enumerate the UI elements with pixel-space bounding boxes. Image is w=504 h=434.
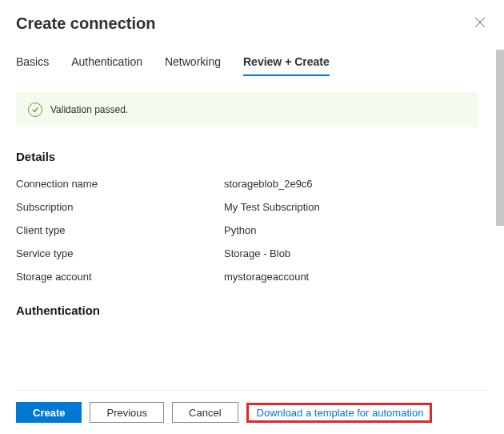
section-title-details: Details xyxy=(16,150,485,163)
download-template-link[interactable]: Download a template for automation xyxy=(257,407,424,419)
content-area: Validation passed. Details Connection na… xyxy=(16,92,488,390)
cancel-button[interactable]: Cancel xyxy=(172,402,238,423)
tab-bar: Basics Authentication Networking Review … xyxy=(16,55,488,76)
scrollbar-track[interactable] xyxy=(496,50,504,376)
detail-value: Python xyxy=(224,224,485,236)
close-icon xyxy=(474,17,486,28)
validation-banner: Validation passed. xyxy=(16,92,478,127)
footer-actions: Create Previous Cancel Download a templa… xyxy=(16,390,488,434)
tab-basics[interactable]: Basics xyxy=(16,55,49,76)
detail-value: Storage - Blob xyxy=(224,247,485,259)
detail-label: Connection name xyxy=(16,178,224,190)
details-grid: Connection name storageblob_2e9c6 Subscr… xyxy=(16,178,485,283)
scrollbar-thumb[interactable] xyxy=(496,50,504,226)
tab-authentication[interactable]: Authentication xyxy=(71,55,142,76)
panel-header: Create connection xyxy=(16,14,488,33)
create-button[interactable]: Create xyxy=(16,402,82,423)
section-title-authentication: Authentication xyxy=(16,303,485,317)
tab-networking[interactable]: Networking xyxy=(165,55,221,76)
detail-value: My Test Subscription xyxy=(224,201,485,213)
tab-review-create[interactable]: Review + Create xyxy=(243,55,330,76)
previous-button[interactable]: Previous xyxy=(90,402,164,423)
download-highlight: Download a template for automation xyxy=(246,403,433,423)
detail-label: Subscription xyxy=(16,201,224,213)
close-button[interactable] xyxy=(472,14,488,30)
detail-label: Service type xyxy=(16,247,224,259)
detail-label: Storage account xyxy=(16,271,224,283)
panel-title: Create connection xyxy=(16,14,155,33)
detail-value: mystorageaccount xyxy=(224,271,485,283)
check-circle-icon xyxy=(28,102,42,117)
detail-value: storageblob_2e9c6 xyxy=(224,178,485,190)
detail-label: Client type xyxy=(16,224,224,236)
validation-message: Validation passed. xyxy=(50,104,128,115)
